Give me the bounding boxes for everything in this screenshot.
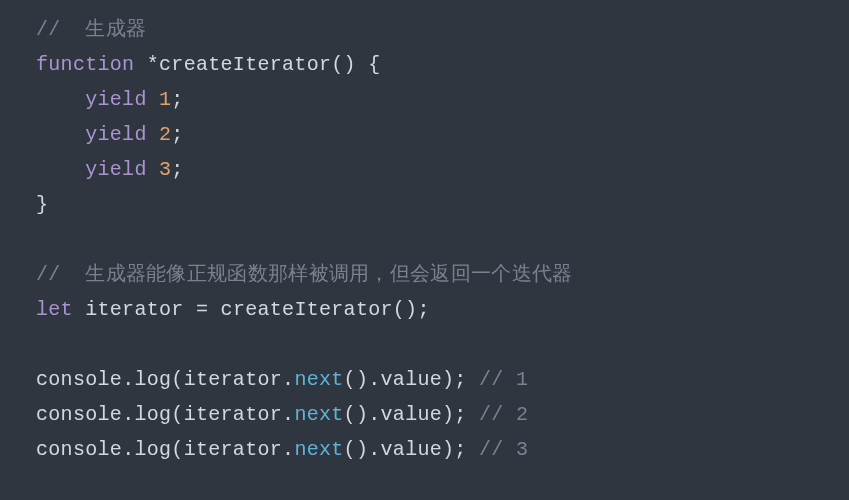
code-line: function *createIterator() { [36, 47, 819, 82]
paren-close: ) [442, 368, 454, 391]
semicolon: ; [454, 438, 466, 461]
semicolon: ; [417, 298, 429, 321]
comment: // 生成器 [36, 18, 146, 41]
identifier: iterator [85, 298, 183, 321]
indent [36, 88, 85, 111]
comment: // 3 [479, 438, 528, 461]
call-parens: () [344, 438, 369, 461]
paren-open: ( [171, 438, 183, 461]
semicolon: ; [171, 158, 183, 181]
paren-open: ( [171, 403, 183, 426]
paren-open: ( [171, 368, 183, 391]
keyword-yield: yield [85, 88, 147, 111]
parentheses: () [331, 53, 356, 76]
paren-close: ) [442, 438, 454, 461]
code-line: // 生成器 [36, 12, 819, 47]
dot: . [368, 403, 380, 426]
identifier: iterator [184, 438, 282, 461]
code-line: console.log(iterator.next().value); // 2 [36, 397, 819, 432]
method-next: next [294, 403, 343, 426]
dot: . [282, 368, 294, 391]
call-parens: () [344, 403, 369, 426]
code-line: // 生成器能像正规函数那样被调用，但会返回一个迭代器 [36, 257, 819, 292]
space [208, 298, 220, 321]
code-block: // 生成器 function *createIterator() { yiel… [36, 12, 819, 467]
dot: . [122, 368, 134, 391]
method-log: log [134, 403, 171, 426]
semicolon: ; [171, 88, 183, 111]
number-literal: 2 [159, 123, 171, 146]
property-value: value [381, 438, 443, 461]
dot: . [368, 368, 380, 391]
number-literal: 3 [159, 158, 171, 181]
identifier-console: console [36, 368, 122, 391]
keyword-function: function [36, 53, 134, 76]
blank-line [36, 327, 819, 362]
identifier-console: console [36, 403, 122, 426]
semicolon: ; [454, 368, 466, 391]
code-line: yield 1; [36, 82, 819, 117]
space [467, 438, 479, 461]
paren-close: ) [442, 403, 454, 426]
method-log: log [134, 438, 171, 461]
keyword-yield: yield [85, 123, 147, 146]
equals: = [196, 298, 208, 321]
space [467, 368, 479, 391]
dot: . [122, 403, 134, 426]
brace-open: { [356, 53, 381, 76]
indent [36, 158, 85, 181]
semicolon: ; [454, 403, 466, 426]
brace-close: } [36, 193, 48, 216]
space [147, 123, 159, 146]
number-literal: 1 [159, 88, 171, 111]
property-value: value [381, 403, 443, 426]
code-line: console.log(iterator.next().value); // 3 [36, 432, 819, 467]
dot: . [282, 403, 294, 426]
property-value: value [381, 368, 443, 391]
comment: // 1 [479, 368, 528, 391]
identifier: iterator [184, 403, 282, 426]
comment: // 2 [479, 403, 528, 426]
space [73, 298, 85, 321]
semicolon: ; [171, 123, 183, 146]
parentheses: () [393, 298, 418, 321]
function-call: createIterator [221, 298, 393, 321]
method-log: log [134, 368, 171, 391]
code-line: let iterator = createIterator(); [36, 292, 819, 327]
code-line: yield 2; [36, 117, 819, 152]
keyword-yield: yield [85, 158, 147, 181]
comment: // 生成器能像正规函数那样被调用，但会返回一个迭代器 [36, 263, 572, 286]
keyword-let: let [36, 298, 73, 321]
space [184, 298, 196, 321]
identifier-console: console [36, 438, 122, 461]
space [147, 88, 159, 111]
code-line: } [36, 187, 819, 222]
code-line: yield 3; [36, 152, 819, 187]
code-line: console.log(iterator.next().value); // 1 [36, 362, 819, 397]
generator-star: * [134, 53, 159, 76]
space [147, 158, 159, 181]
dot: . [368, 438, 380, 461]
identifier: iterator [184, 368, 282, 391]
indent [36, 123, 85, 146]
call-parens: () [344, 368, 369, 391]
method-next: next [294, 368, 343, 391]
space [467, 403, 479, 426]
dot: . [122, 438, 134, 461]
function-name: createIterator [159, 53, 331, 76]
blank-line [36, 222, 819, 257]
dot: . [282, 438, 294, 461]
method-next: next [294, 438, 343, 461]
